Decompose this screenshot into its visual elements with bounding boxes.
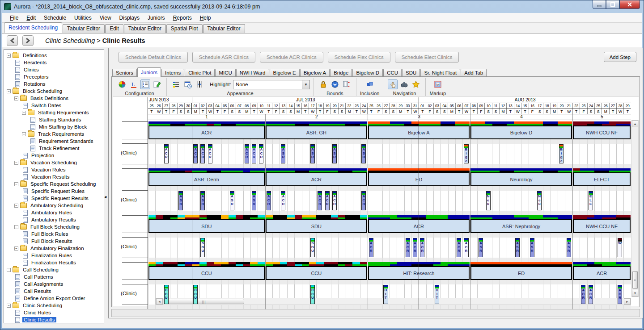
view-tab-bigelow-d[interactable]: Bigelow D (352, 69, 383, 77)
clinic-bar-ccu[interactable]: CCU (193, 285, 198, 304)
clinic-bar-acr[interactable]: ACR (589, 285, 593, 304)
vertical-scrollbar[interactable]: ▲ ≡ ▼ (631, 120, 639, 297)
tree-item-specific-request-rules[interactable]: Specific Request Rules (4, 188, 104, 195)
clinic-bar-acr[interactable]: ACR (581, 285, 585, 304)
tree-item-vacation-rules[interactable]: Vacation Rules (4, 166, 104, 173)
inclusion-icon[interactable] (365, 79, 375, 89)
clinic-bar-asr[interactable]: ASR (200, 191, 205, 210)
clinic-bar-neu[interactable]: Neu (486, 191, 491, 210)
menu-reports[interactable]: Reports (169, 13, 196, 22)
clinic-bar-w[interactable]: W (618, 238, 622, 257)
clinic-bar-acr[interactable]: ACR (361, 191, 366, 210)
clinic-bar-asr[interactable]: ASR (252, 191, 256, 210)
tree-item-vacation-scheduling[interactable]: −Vacation Scheduling (4, 159, 104, 166)
rotation-block-sdu[interactable]: SDU (266, 215, 367, 233)
clinic-bar-asr[interactable]: ASR (281, 144, 285, 163)
rotation-block-acr[interactable]: ACR (266, 168, 367, 186)
tree-item-full-block-rules[interactable]: Full Block Rules (4, 230, 104, 238)
tree-item-requirement-standards[interactable]: Requirement Standards (4, 138, 104, 145)
clinic-bar-asr[interactable]: ASR (567, 238, 571, 257)
tree-item-specific-request-scheduling[interactable]: −Specific Request Scheduling (4, 180, 104, 188)
close-button[interactable] (619, 0, 640, 9)
clinic-bar-ccu[interactable]: CCU (310, 285, 315, 304)
tree-item-switch-dates[interactable]: Switch Dates (4, 102, 104, 109)
horizontal-scroll-thumb[interactable]: ||| (164, 299, 244, 304)
scroll-left-icon[interactable]: ◄ (156, 298, 163, 305)
lock-icon[interactable] (318, 79, 328, 89)
clinic-bar-asr[interactable]: ASR (332, 144, 337, 163)
clinic-bar-acr[interactable]: ACR (618, 285, 622, 304)
calendar-clock-icon[interactable] (183, 79, 193, 89)
tree-item-finalization-rules[interactable]: Finalization Rules (4, 252, 104, 259)
view-tab-juniors[interactable]: Juniors (137, 67, 161, 77)
action-schedule-elect-clinics[interactable]: Schedule Elect Clinics (395, 52, 459, 63)
tree-item-full-block-results[interactable]: Full Block Results (4, 238, 104, 245)
clinic-bar-asr[interactable]: ASR (230, 191, 234, 210)
main-tab-edit[interactable]: Edit (105, 24, 123, 33)
scroll-down-icon[interactable]: ▼ (632, 290, 638, 297)
clinic-bar-acr[interactable]: ACR (332, 191, 337, 210)
rotation-block-acr[interactable]: ACR (148, 121, 265, 139)
tree-item-definitions[interactable]: −Definitions (4, 52, 104, 59)
clinic-bar-neu[interactable]: Neu (537, 191, 542, 210)
view-tab-interns[interactable]: Interns (161, 69, 184, 77)
highlight-dropdown[interactable]: None▼ (233, 80, 310, 89)
menu-edit[interactable]: Edit (22, 13, 40, 22)
legend-grid-icon[interactable] (171, 79, 181, 89)
clinic-bar-asr[interactable]: ASR (530, 238, 534, 257)
tree-item-ambulatory-scheduling[interactable]: −Ambulatory Scheduling (4, 202, 104, 209)
font-icon[interactable]: L (129, 79, 139, 89)
tree-item-call-patterns[interactable]: Call Patterns (4, 273, 104, 280)
tree-collapse-icon[interactable]: − (14, 225, 18, 229)
rotation-block-asr-gh[interactable]: ASR: GH (266, 121, 367, 139)
tree-item-block-scheduling[interactable]: −Block Scheduling (4, 88, 104, 95)
clinic-bar-acr[interactable]: ACR (193, 144, 198, 163)
rotation-block-acr[interactable]: ACR (573, 262, 631, 280)
menu-view[interactable]: View (96, 13, 115, 22)
tree-item-ambulatory-results[interactable]: Ambulatory Results (4, 216, 104, 223)
tree-item-specific-request-results[interactable]: Specific Request Results (4, 195, 104, 202)
clinic-bar-acr[interactable]: ACR (325, 191, 330, 210)
rotation-block-sdu[interactable]: SDU (148, 215, 265, 233)
clinic-bar-acr[interactable]: ACR (406, 238, 410, 257)
tree-collapse-icon[interactable]: − (22, 132, 26, 136)
menu-utilities[interactable]: Utilities (70, 13, 96, 22)
minimize-button[interactable] (593, 0, 606, 9)
rotation-block-asr-nephrology[interactable]: ASR: Nephrology (470, 215, 572, 233)
rotation-block-neurology[interactable]: Neurology (470, 168, 572, 186)
clinic-bar-acr[interactable]: ACR (252, 144, 256, 163)
action-schedule-asr-clinics[interactable]: Schedule ASR Clinics (192, 52, 255, 63)
binoculars-icon[interactable] (399, 79, 409, 89)
tree-collapse-icon[interactable]: − (7, 89, 11, 93)
clinic-bar-asr[interactable]: ASR (479, 238, 483, 257)
rotation-block-elect[interactable]: ELECT (573, 168, 631, 186)
chevron-down-icon[interactable]: ▼ (302, 80, 309, 89)
view-tab-clinic-plot[interactable]: Clinic Plot (185, 69, 215, 77)
rotation-block-bigelow-d[interactable]: Bigelow D (470, 121, 572, 139)
view-tab-bigelow-e[interactable]: Bigelow E (270, 69, 300, 77)
tree-item-call-results[interactable]: Call Results (4, 288, 104, 295)
tree-item-full-block-scheduling[interactable]: −Full Block Scheduling (4, 223, 104, 230)
scroll-up-icon[interactable]: ▲ (632, 121, 638, 127)
clinic-bar-sdu[interactable]: SDU (310, 238, 315, 257)
main-tab-spatial-plot[interactable]: Spatial Plot (166, 24, 203, 33)
menu-help[interactable]: Help (196, 13, 215, 22)
tree-item-track-requirements[interactable]: −Track Requirements (4, 130, 104, 138)
main-tab-tabular-editor[interactable]: Tabular Editor (63, 24, 105, 33)
tree-item-rotations[interactable]: Rotations (4, 80, 104, 88)
rotation-block-ccu[interactable]: CCU (148, 262, 265, 280)
clinic-bar-asr[interactable]: ASR (361, 144, 366, 163)
tree-item-staffing-requirements[interactable]: −Staffing Requirements (4, 109, 104, 116)
tree-item-clinic-scheduling[interactable]: −Clinic Scheduling (4, 302, 104, 309)
clinic-bar-acr[interactable]: ACR (318, 191, 322, 210)
menu-juniors[interactable]: Juniors (144, 13, 169, 22)
menu-displays[interactable]: Displays (115, 13, 144, 22)
tree-item-basis-definitions[interactable]: −Basis Definitions (4, 95, 104, 102)
star-icon[interactable] (411, 79, 421, 89)
tree-item-ambulatory-rules[interactable]: Ambulatory Rules (4, 209, 104, 216)
tree-collapse-icon[interactable]: − (7, 54, 11, 58)
vertical-scroll-thumb[interactable]: ≡ (632, 271, 638, 289)
tree-item-staffing-standards[interactable]: Staffing Standards (4, 116, 104, 123)
clinic-bar-acr[interactable]: ACR (464, 238, 468, 257)
add-step-button[interactable]: Add Step (604, 52, 636, 62)
